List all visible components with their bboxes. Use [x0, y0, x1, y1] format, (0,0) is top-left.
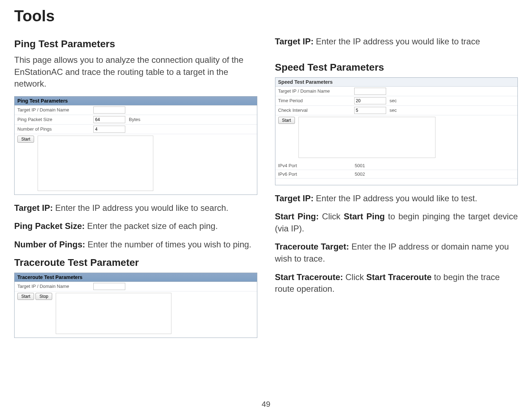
speed-start-button[interactable]: Start — [278, 117, 295, 124]
speed-target-ip-text: Enter the IP address you would like to t… — [316, 193, 477, 203]
traceroute-output-area[interactable] — [56, 293, 171, 334]
ping-heading: Ping Test Parameters — [14, 38, 257, 50]
start-ping-pre: Click — [322, 212, 344, 221]
right-column: Target IP: Enter the IP address you woul… — [275, 32, 518, 345]
page-number: 49 — [0, 400, 532, 409]
traceroute-heading: Traceroute Test Parameter — [14, 257, 257, 268]
ping-panel-header: Ping Test Parameters — [15, 97, 257, 105]
ping-packet-size-unit: Bytes — [127, 117, 141, 122]
speed-target-ip-label: Target IP: — [275, 193, 316, 203]
traceroute-panel-header: Traceroute Test Parameters — [15, 273, 257, 282]
ipv4-port-label: IPv4 Port — [275, 162, 352, 170]
ping-packet-size-input[interactable] — [93, 116, 125, 123]
target-ip-desc: Target IP: Enter the IP address you woul… — [14, 202, 257, 214]
trace-target-ip-label: Target IP: — [275, 37, 316, 46]
speed-target-label: Target IP / Domain Name — [275, 87, 352, 95]
num-pings-text: Enter the number of times you wish to pi… — [88, 240, 252, 249]
ping-packet-size-label: Ping Packet Size — [15, 115, 91, 124]
speed-output-area[interactable] — [298, 117, 435, 158]
speed-interval-unit: sec — [388, 108, 397, 113]
target-ip-text: Enter the IP address you would like to s… — [55, 203, 229, 213]
trace-target-ip-desc: Target IP: Enter the IP address you woul… — [275, 35, 518, 48]
speed-target-input[interactable] — [354, 88, 386, 95]
ping-target-label: Target IP / Domain Name — [15, 106, 91, 114]
start-traceroute-bold: Start Traceroute — [366, 272, 432, 282]
ping-panel: Ping Test Parameters Target IP / Domain … — [14, 96, 257, 195]
ping-count-label: Number of Pings — [15, 125, 91, 133]
packet-size-text: Enter the packet size of each ping. — [87, 221, 218, 231]
start-ping-label: Start Ping: — [275, 212, 322, 221]
ipv4-port-value: 5001 — [352, 162, 368, 170]
speed-interval-label: Check Interval — [275, 106, 352, 114]
traceroute-target-label2: Traceroute Target: — [275, 242, 352, 251]
intro-text: This page allows you to analyze the conn… — [14, 54, 257, 90]
speed-interval-input[interactable] — [354, 107, 386, 114]
speed-time-label: Time Period — [275, 97, 352, 105]
start-traceroute-pre: Click — [345, 272, 366, 282]
ping-target-input[interactable] — [93, 106, 125, 114]
ping-output-area[interactable] — [38, 136, 153, 191]
left-column: Ping Test Parameters This page allows yo… — [14, 32, 257, 345]
target-ip-label: Target IP: — [14, 203, 55, 213]
packet-size-desc: Ping Packet Size: Enter the packet size … — [14, 220, 257, 232]
ping-start-button[interactable]: Start — [17, 136, 34, 143]
speed-panel-header: Speed Test Parameters — [275, 78, 518, 87]
speed-panel: Speed Test Parameters Target IP / Domain… — [275, 77, 518, 185]
packet-size-label: Ping Packet Size: — [14, 221, 87, 231]
traceroute-panel: Traceroute Test Parameters Target IP / D… — [14, 273, 257, 338]
num-pings-desc: Number of Pings: Enter the number of tim… — [14, 239, 257, 251]
trace-target-ip-text: Enter the IP address you would like to t… — [316, 37, 480, 46]
traceroute-start-button[interactable]: Start — [17, 293, 34, 300]
start-ping-bold: Start Ping — [344, 212, 385, 221]
start-traceroute-desc: Start Traceroute: Click Start Traceroute… — [275, 271, 518, 295]
traceroute-target-input[interactable] — [93, 283, 125, 290]
ping-count-input[interactable] — [93, 126, 125, 133]
page-title: Tools — [14, 7, 518, 25]
ipv6-port-label: IPv6 Port — [275, 170, 352, 178]
traceroute-target-desc: Traceroute Target: Enter the IP address … — [275, 241, 518, 264]
speed-time-input[interactable] — [354, 97, 386, 104]
speed-time-unit: sec — [388, 98, 397, 103]
start-traceroute-label: Start Traceroute: — [275, 272, 346, 282]
traceroute-stop-button[interactable]: Stop — [35, 293, 52, 300]
start-ping-desc: Start Ping: Click Start Ping to begin pi… — [275, 210, 518, 234]
ipv6-port-value: 5002 — [352, 170, 368, 178]
speed-heading: Speed Test Parameters — [275, 62, 518, 73]
num-pings-label: Number of Pings: — [14, 240, 88, 249]
speed-target-ip-desc: Target IP: Enter the IP address you woul… — [275, 192, 518, 204]
traceroute-target-label: Target IP / Domain Name — [15, 282, 91, 290]
